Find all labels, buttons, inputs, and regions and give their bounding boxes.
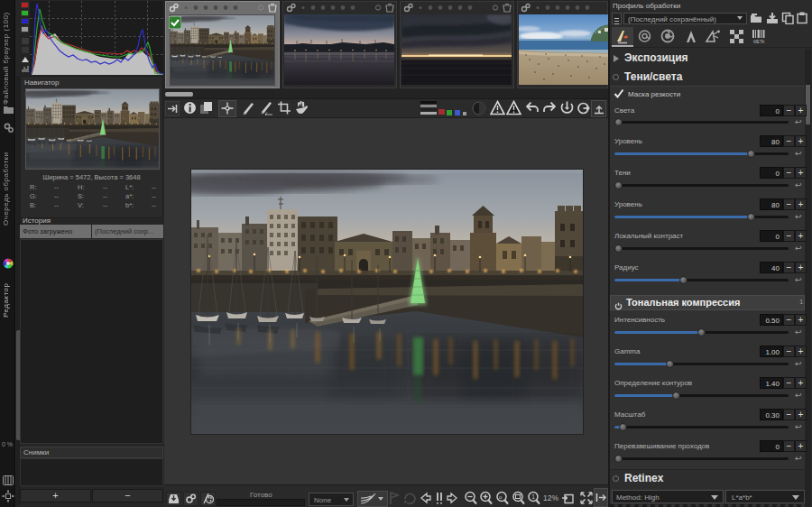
svg-text:META: META xyxy=(753,40,765,44)
svg-text:1: 1 xyxy=(531,493,535,500)
svg-text:o: o xyxy=(499,494,503,500)
